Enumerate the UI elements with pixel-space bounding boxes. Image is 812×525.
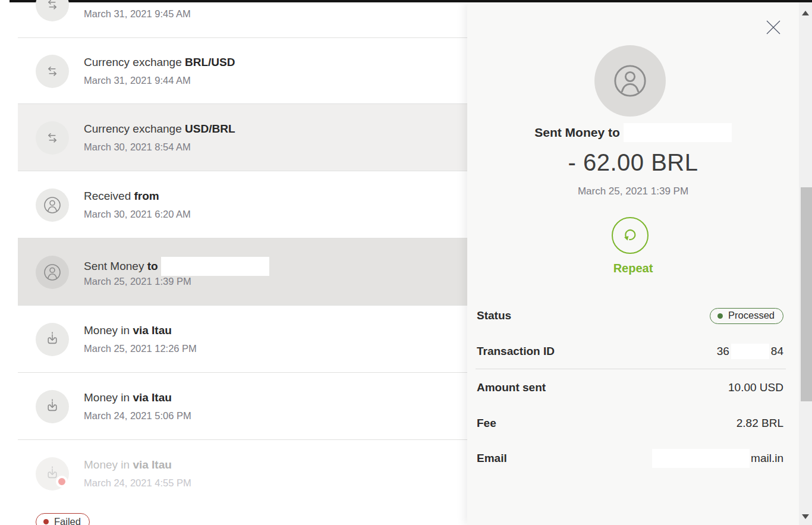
- repeat-icon: [621, 226, 640, 245]
- transaction-id-prefix: 36: [717, 345, 729, 358]
- transaction-date: March 24, 2021 4:55 PM: [84, 477, 191, 489]
- fee-label: Fee: [477, 417, 496, 430]
- transaction-row[interactable]: Received from March 30, 2021 6:20 AM: [18, 171, 467, 238]
- scroll-down-arrow-icon[interactable]: [802, 514, 809, 519]
- person-icon: [36, 188, 69, 222]
- status-label: Status: [477, 309, 511, 322]
- transaction-date: March 30, 2021 6:20 AM: [84, 209, 191, 220]
- vertical-scrollbar[interactable]: [799, 2, 812, 525]
- transaction-datetime: March 25, 2021 1:39 PM: [467, 186, 799, 197]
- transaction-date: March 30, 2021 8:54 AM: [84, 142, 191, 153]
- avatar: [594, 45, 666, 117]
- transaction-date: March 24, 2021 5:06 PM: [84, 410, 191, 422]
- detail-row-status: Status Processed: [477, 306, 783, 326]
- detail-row-amount-sent: Amount sent 10.00 USD: [477, 378, 783, 398]
- transaction-title: Money in via Itau: [84, 391, 172, 404]
- transaction-row-failed[interactable]: Money in via Itau March 24, 2021 4:55 PM…: [18, 440, 467, 525]
- transaction-row[interactable]: March 31, 2021 9:45 AM: [18, 0, 467, 38]
- transaction-detail-panel: Sent Money to - 62.00 BRL March 25, 2021…: [467, 2, 799, 525]
- transaction-date: March 25, 2021 12:26 PM: [84, 343, 197, 354]
- transaction-title: Currency exchange USD/BRL: [84, 122, 235, 136]
- currency-exchange-icon: [36, 121, 69, 155]
- detail-row-transaction-id: Transaction ID 36 84: [477, 341, 783, 361]
- repeat-label[interactable]: Repeat: [467, 262, 799, 275]
- status-dot: [717, 313, 723, 319]
- transaction-title: Money in via Itau: [84, 324, 172, 337]
- transaction-id-suffix: 84: [771, 345, 783, 358]
- scrollbar-thumb[interactable]: [801, 187, 812, 401]
- divider: [476, 369, 786, 369]
- money-in-icon: [36, 390, 69, 423]
- currency-exchange-icon: [36, 0, 69, 21]
- status-value: Processed: [728, 310, 775, 321]
- redacted-text: [624, 123, 732, 142]
- transaction-date: March 31, 2021 9:45 AM: [84, 8, 191, 20]
- transaction-row[interactable]: Currency exchange BRL/USD March 31, 2021…: [18, 37, 467, 104]
- email-visible-text: mail.in: [751, 452, 783, 465]
- transaction-title: Money in via Itau: [84, 458, 172, 471]
- transaction-row[interactable]: Money in via Itau March 25, 2021 12:26 P…: [18, 306, 467, 373]
- redacted-text: [161, 257, 269, 276]
- email-value: mail.in: [652, 449, 783, 468]
- amount-sent-label: Amount sent: [477, 381, 546, 394]
- email-label: Email: [477, 452, 507, 465]
- transaction-title: Received from: [84, 190, 159, 203]
- scroll-up-arrow-icon[interactable]: [802, 11, 809, 15]
- transaction-amount: - 62.00 BRL: [467, 149, 799, 176]
- failed-indicator-dot: [56, 476, 68, 488]
- status-badge-processed: Processed: [710, 308, 783, 324]
- repeat-button[interactable]: [612, 217, 649, 254]
- currency-exchange-icon: [36, 55, 69, 88]
- transaction-row[interactable]: Currency exchange USD/BRL March 30, 2021…: [18, 104, 467, 171]
- person-icon: [36, 256, 69, 289]
- transaction-id-value: 36 84: [717, 344, 783, 359]
- money-in-icon: [36, 323, 69, 356]
- status-badge-failed: Failed: [36, 513, 90, 525]
- close-icon[interactable]: [764, 18, 782, 36]
- detail-row-fee: Fee 2.82 BRL: [477, 413, 783, 433]
- redacted-text: [731, 344, 769, 359]
- transaction-title: Sent Money to: [84, 257, 269, 276]
- transaction-row-selected[interactable]: Sent Money to March 25, 2021 1:39 PM: [18, 238, 467, 306]
- panel-title: Sent Money to: [467, 123, 799, 142]
- transaction-title: Currency exchange BRL/USD: [84, 56, 235, 69]
- transaction-row[interactable]: Money in via Itau March 24, 2021 5:06 PM: [18, 373, 467, 440]
- transaction-date: March 25, 2021 1:39 PM: [84, 276, 191, 287]
- amount-sent-value: 10.00 USD: [728, 381, 783, 394]
- transaction-id-label: Transaction ID: [477, 345, 555, 358]
- transaction-date: March 31, 2021 9:44 AM: [84, 75, 191, 86]
- redacted-text: [652, 449, 750, 468]
- detail-row-email: Email mail.in: [477, 448, 783, 469]
- transaction-list: March 31, 2021 9:45 AM Currency exchange…: [0, 2, 467, 525]
- fee-value: 2.82 BRL: [737, 417, 783, 430]
